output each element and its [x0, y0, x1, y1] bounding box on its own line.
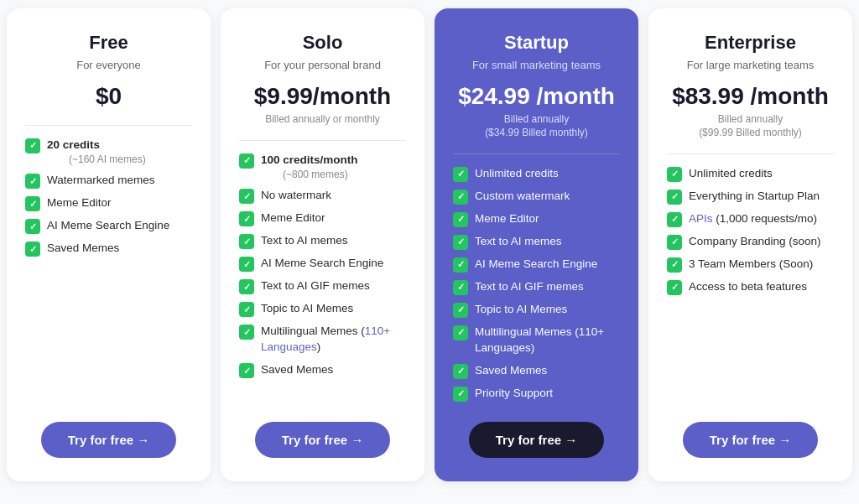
feature-text-wrap: Text to AI GIF memes	[475, 279, 584, 295]
plan-billing-enterprise: Billed annually	[667, 113, 834, 125]
feature-text: Text to AI GIF memes	[261, 279, 370, 292]
feature-text: Saved Memes	[261, 363, 333, 376]
check-icon	[239, 363, 254, 378]
list-item: APIs (1,000 requests/mo)	[667, 211, 834, 227]
list-item: Access to beta features	[667, 279, 834, 295]
feature-text: Multilingual Memes (110+ Languages)	[261, 325, 390, 353]
plan-price-free: $0	[25, 83, 192, 110]
plan-name-startup: Startup	[453, 32, 620, 54]
feature-text-wrap: Topic to AI Memes	[475, 302, 567, 318]
plan-tagline-enterprise: For large marketing teams	[667, 59, 834, 71]
feature-text: Unlimited credits	[475, 167, 559, 179]
list-item: AI Meme Search Engine	[239, 256, 406, 272]
check-icon	[453, 212, 468, 227]
plan-tagline-startup: For small marketing teams	[453, 59, 620, 71]
feature-text-wrap: Access to beta features	[689, 279, 807, 295]
plan-name-enterprise: Enterprise	[667, 32, 834, 54]
feature-sub-text: (~800 memes)	[283, 169, 358, 182]
feature-text: Company Branding (soon)	[689, 235, 821, 247]
feature-text-wrap: Meme Editor	[475, 211, 539, 227]
features-list-solo: 100 credits/month(~800 memes)No watermar…	[239, 153, 406, 402]
check-icon	[25, 242, 40, 257]
list-item: Saved Memes	[25, 241, 192, 257]
list-item: Priority Support	[453, 386, 620, 402]
feature-text-wrap: Text to AI memes	[261, 233, 348, 249]
feature-text-wrap: Meme Editor	[47, 195, 112, 211]
plan-card-free: FreeFor everyone$020 credits(~160 AI mem…	[7, 8, 211, 481]
plan-billing-solo: Billed annually or monthly	[239, 113, 406, 125]
cta-area-free: Try for free →	[25, 422, 192, 458]
feature-text: Priority Support	[475, 387, 553, 399]
feature-link[interactable]: 110+ Languages	[261, 325, 390, 353]
feature-text: AI Meme Search Engine	[475, 257, 597, 270]
feature-text-wrap: Text to AI GIF memes	[261, 278, 370, 294]
try-free-button-free[interactable]: Try for free →	[41, 422, 177, 458]
plan-card-enterprise: EnterpriseFor large marketing teams$83.9…	[648, 8, 852, 481]
try-free-button-startup[interactable]: Try for free →	[469, 422, 605, 458]
list-item: 100 credits/month(~800 memes)	[239, 153, 406, 181]
feature-text-wrap: Unlimited credits	[689, 166, 773, 182]
check-icon	[453, 303, 468, 318]
check-icon	[453, 387, 468, 402]
feature-text: Saved Memes	[47, 242, 119, 254]
check-icon	[667, 212, 682, 227]
feature-text-wrap: Text to AI memes	[475, 234, 562, 250]
check-icon	[667, 167, 682, 182]
feature-text: Watermarked memes	[47, 174, 155, 186]
feature-text-wrap: Saved Memes	[261, 362, 333, 378]
feature-text-wrap: AI Meme Search Engine	[475, 257, 597, 273]
list-item: Everything in Startup Plan	[667, 189, 834, 205]
feature-text-wrap: Multilingual Memes (110+ Languages)	[475, 325, 620, 356]
list-item: 20 credits(~160 AI memes)	[25, 138, 192, 166]
check-icon	[25, 174, 40, 189]
plan-tagline-solo: For your personal brand	[239, 59, 406, 71]
feature-link[interactable]: APIs	[689, 212, 713, 225]
plan-price-enterprise: $83.99 /month	[667, 83, 834, 110]
check-icon	[239, 153, 254, 169]
feature-text-wrap: Custom watermark	[475, 189, 570, 205]
list-item: Company Branding (soon)	[667, 234, 834, 250]
list-item: Unlimited credits	[453, 166, 620, 182]
list-item: Meme Editor	[25, 195, 192, 211]
feature-text-wrap: Everything in Startup Plan	[689, 189, 820, 205]
list-item: Text to AI memes	[239, 233, 406, 249]
check-icon	[25, 196, 40, 211]
list-item: Custom watermark	[453, 189, 620, 205]
cta-area-solo: Try for free →	[239, 422, 406, 458]
try-free-button-enterprise[interactable]: Try for free →	[683, 422, 819, 458]
feature-text-wrap: APIs (1,000 requests/mo)	[689, 211, 817, 227]
plan-tagline-free: For everyone	[25, 59, 192, 71]
plan-name-free: Free	[25, 32, 192, 54]
feature-text-wrap: Saved Memes	[47, 241, 119, 257]
check-icon	[239, 279, 254, 294]
feature-text-wrap: 3 Team Members (Soon)	[689, 257, 813, 273]
check-icon	[239, 189, 254, 204]
feature-text: 3 Team Members (Soon)	[689, 257, 813, 270]
cta-area-enterprise: Try for free →	[667, 422, 834, 458]
pricing-container: FreeFor everyone$020 credits(~160 AI mem…	[7, 8, 852, 481]
list-item: Unlimited credits	[667, 166, 834, 182]
list-item: Topic to AI Memes	[453, 302, 620, 318]
check-icon	[239, 325, 254, 340]
list-item: AI Meme Search Engine	[453, 257, 620, 273]
list-item: Meme Editor	[239, 210, 406, 226]
feature-text-wrap: 20 credits(~160 AI memes)	[47, 138, 146, 166]
list-item: Saved Memes	[453, 363, 620, 379]
list-item: No watermark	[239, 188, 406, 204]
plan-card-solo: SoloFor your personal brand$9.99/monthBi…	[221, 8, 424, 481]
feature-text: Topic to AI Memes	[475, 303, 567, 315]
check-icon	[453, 364, 468, 379]
feature-text-wrap: 100 credits/month(~800 memes)	[261, 153, 358, 181]
feature-text-wrap: Topic to AI Memes	[261, 301, 353, 317]
list-item: Text to AI GIF memes	[239, 278, 406, 294]
feature-text-wrap: Saved Memes	[475, 363, 547, 379]
features-list-enterprise: Unlimited creditsEverything in Startup P…	[667, 166, 834, 402]
check-icon	[667, 235, 682, 250]
feature-text: 100 credits/month	[261, 153, 358, 166]
feature-text: 20 credits	[47, 138, 100, 151]
plan-name-solo: Solo	[239, 32, 406, 54]
try-free-button-solo[interactable]: Try for free →	[255, 422, 391, 458]
feature-text: Saved Memes	[475, 364, 547, 377]
check-icon	[239, 257, 254, 272]
check-icon	[667, 280, 682, 295]
